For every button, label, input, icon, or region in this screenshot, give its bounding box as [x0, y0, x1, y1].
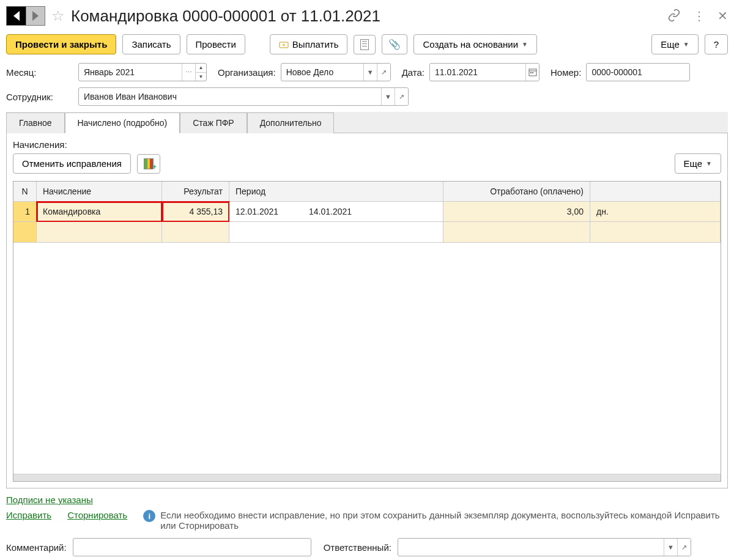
close-icon[interactable]: ✕	[717, 9, 728, 23]
star-icon[interactable]: ☆	[51, 7, 65, 24]
ellipsis-button[interactable]: ⋯	[182, 64, 195, 81]
storno-link[interactable]: Сторнировать	[67, 510, 127, 520]
col-unit[interactable]	[590, 182, 721, 202]
date-field[interactable]: 11.01.2021	[429, 63, 539, 81]
table-row[interactable]: 1 Командировка 4 355,13 12.01.202114.01.…	[13, 202, 721, 222]
col-result[interactable]: Результат	[162, 182, 229, 202]
col-period[interactable]: Период	[229, 182, 443, 202]
table-row[interactable]	[13, 222, 721, 243]
dropdown-button[interactable]: ▼	[381, 88, 395, 105]
list-icon	[360, 39, 369, 50]
table-body: 1 Командировка 4 355,13 12.01.202114.01.…	[13, 202, 721, 243]
page-title: Командировка 0000-000001 от 11.01.2021	[71, 7, 380, 26]
info-text: Если необходимо внести исправление, но п…	[160, 510, 728, 531]
link-icon[interactable]	[667, 9, 681, 23]
number-field[interactable]: 0000-000001	[586, 63, 690, 81]
arrow-right-icon	[32, 11, 39, 21]
more-button[interactable]: Еще ▼	[651, 34, 698, 54]
col-worked[interactable]: Отработано (оплачено)	[443, 182, 590, 202]
svg-rect-4	[530, 72, 532, 73]
post-button[interactable]: Провести	[187, 34, 245, 54]
tab-main[interactable]: Главное	[6, 112, 65, 133]
attach-button[interactable]	[382, 34, 407, 54]
create-based-button[interactable]: Создать на основании ▼	[413, 34, 537, 54]
chevron-down-icon: ▼	[683, 41, 689, 48]
svg-rect-5	[532, 72, 533, 73]
tab-body: Начисления: Отменить исправления Еще ▼ N…	[6, 133, 728, 488]
add-column-button[interactable]	[137, 154, 160, 174]
help-button[interactable]: ?	[705, 34, 728, 54]
open-button[interactable]: ↗	[395, 88, 408, 105]
accruals-table: N Начисление Результат Период Отработано…	[13, 181, 721, 482]
info-icon: i	[143, 510, 155, 522]
nav-buttons	[6, 6, 45, 26]
kebab-icon[interactable]: ⋮	[693, 9, 705, 23]
cell-n: 1	[13, 202, 37, 222]
cancel-fix-button[interactable]: Отменить исправления	[13, 153, 131, 174]
employee-field[interactable]: Иванов Иван Иванович ▼ ↗	[78, 87, 409, 106]
dropdown-button[interactable]: ▼	[664, 539, 677, 556]
date-label: Дата:	[402, 67, 424, 78]
nav-back-button[interactable]	[6, 6, 26, 26]
svg-point-1	[283, 43, 285, 46]
chevron-down-icon: ▼	[706, 160, 712, 167]
cell-unit: дн.	[590, 202, 721, 222]
horizontal-scrollbar[interactable]	[13, 474, 721, 481]
employee-label: Сотрудник:	[6, 92, 73, 102]
org-label: Организация:	[218, 67, 276, 78]
dropdown-button[interactable]: ▼	[363, 64, 377, 81]
number-label: Номер:	[550, 67, 581, 78]
post-and-close-button[interactable]: Провести и закрыть	[6, 34, 116, 54]
save-button[interactable]: Записать	[122, 34, 180, 54]
pay-button[interactable]: Выплатить	[270, 34, 348, 54]
nav-forward-button[interactable]	[26, 6, 45, 26]
header: ☆ Командировка 0000-000001 от 11.01.2021…	[6, 4, 728, 32]
col-name[interactable]: Начисление	[37, 182, 162, 202]
paperclip-icon	[388, 39, 401, 50]
cell-result: 4 355,13	[162, 202, 229, 222]
comment-label: Комментарий:	[6, 542, 67, 553]
comment-field[interactable]	[73, 538, 311, 556]
accruals-label: Начисления:	[13, 139, 721, 150]
tab-extra[interactable]: Дополнительно	[247, 112, 335, 133]
org-field[interactable]: Новое Дело ▼ ↗	[281, 63, 391, 81]
arrow-left-icon	[13, 11, 20, 21]
open-button[interactable]: ↗	[377, 64, 390, 81]
responsible-field[interactable]: ▼ ↗	[398, 538, 691, 556]
open-button[interactable]: ↗	[677, 539, 691, 556]
tab-pfr[interactable]: Стаж ПФР	[180, 112, 247, 133]
cell-period: 12.01.202114.01.2021	[229, 202, 443, 222]
cell-name: Командировка	[37, 202, 162, 222]
month-field[interactable]: Январь 2021 ⋯ ▲▼	[78, 63, 207, 81]
calendar-button[interactable]	[525, 64, 539, 81]
columns-icon	[144, 158, 154, 169]
cell-worked: 3,00	[443, 202, 590, 222]
month-label: Месяц:	[6, 67, 73, 78]
tabs: Главное Начислено (подробно) Стаж ПФР До…	[6, 112, 728, 133]
month-stepper[interactable]: ▲▼	[195, 64, 206, 81]
no-signatures-link[interactable]: Подписи не указаны	[6, 495, 93, 505]
col-n[interactable]: N	[13, 182, 37, 202]
list-button[interactable]	[354, 35, 376, 54]
table-more-button[interactable]: Еще ▼	[675, 153, 721, 174]
tab-accrued[interactable]: Начислено (подробно)	[65, 112, 180, 133]
money-icon	[279, 40, 289, 50]
responsible-label: Ответственный:	[324, 542, 391, 553]
fix-link[interactable]: Исправить	[6, 510, 51, 520]
toolbar: Провести и закрыть Записать Провести Вып…	[6, 32, 728, 63]
chevron-down-icon: ▼	[522, 41, 528, 48]
table-header: N Начисление Результат Период Отработано…	[13, 182, 721, 202]
